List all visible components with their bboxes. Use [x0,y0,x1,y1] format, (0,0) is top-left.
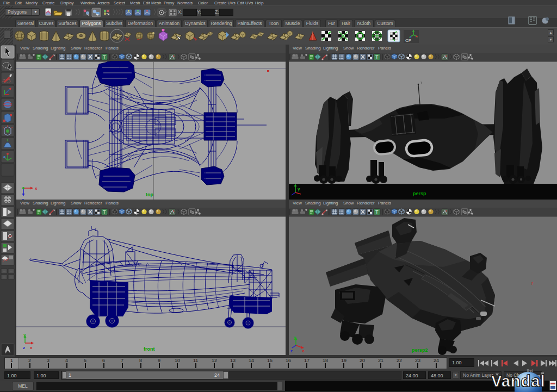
svg-text:x: x [30,345,33,350]
svg-text:z: z [290,349,293,353]
svg-text:y: y [23,332,26,337]
svg-text:T: T [375,54,379,60]
svg-text:r: r [531,281,533,286]
svg-text:x: x [302,349,305,353]
svg-text:x: x [35,186,38,191]
svg-text:y: y [298,186,300,191]
svg-text:T: T [375,209,379,215]
svg-text:T: T [103,54,106,60]
svg-text:y: y [294,335,296,340]
svg-text:z: z [23,345,25,350]
svg-text:T: T [103,209,106,215]
